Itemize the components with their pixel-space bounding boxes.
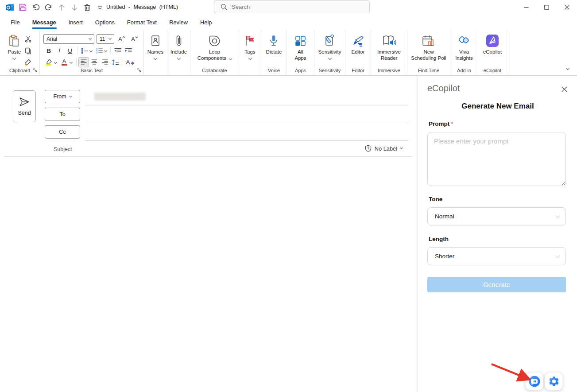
search-icon <box>221 4 227 10</box>
paste-chevron-icon[interactable] <box>12 56 16 59</box>
ribbon: Paste Clipboard Arial <box>0 30 577 75</box>
message-body-input[interactable] <box>0 157 418 392</box>
ecopilot-settings-fab[interactable] <box>545 372 563 390</box>
format-painter-button[interactable] <box>23 57 33 67</box>
search-input[interactable] <box>232 4 356 10</box>
sensitivity-chevron-icon[interactable] <box>328 56 331 59</box>
clipboard-group: Paste Clipboard <box>0 30 40 75</box>
paperclip-icon <box>175 34 182 48</box>
highlight-color-button[interactable] <box>43 57 54 67</box>
font-size-chevron-icon <box>108 37 112 40</box>
shrink-font-button[interactable]: A <box>129 34 140 44</box>
sensitivity-group: Sensitivity Sensitivity <box>314 30 345 75</box>
tone-chevron-icon <box>556 213 560 218</box>
prompt-textarea[interactable] <box>427 132 566 186</box>
font-name-chevron-icon <box>89 37 92 40</box>
font-size-select[interactable]: 11 <box>97 34 114 44</box>
clipboard-dialog-launcher-icon[interactable] <box>33 68 38 73</box>
title-bar: Untitled - Message (HTML) <box>0 0 577 15</box>
tab-review[interactable]: Review <box>163 15 194 30</box>
italic-button[interactable]: I <box>54 46 65 56</box>
apps-group: All Apps Apps <box>287 30 314 75</box>
align-center-button[interactable] <box>89 57 100 67</box>
tab-message[interactable]: Message <box>26 15 62 30</box>
increase-indent-button[interactable] <box>123 46 134 56</box>
quick-access-toolbar <box>4 0 106 15</box>
bullets-button[interactable] <box>79 46 90 56</box>
cc-button[interactable]: Cc <box>45 125 80 139</box>
sensitivity-button[interactable]: Sensitivity <box>317 33 343 60</box>
tab-insert[interactable]: Insert <box>62 15 89 30</box>
label-chevron-icon <box>400 146 403 149</box>
names-button[interactable]: Names <box>146 33 165 60</box>
minimize-button[interactable] <box>516 0 536 15</box>
length-select[interactable]: Shorter <box>427 247 566 265</box>
bullets-chevron-icon[interactable] <box>89 49 93 52</box>
compose-area: Send From To Cc Subject No Label <box>0 75 418 392</box>
bold-button[interactable]: B <box>43 46 54 56</box>
search-box[interactable] <box>214 0 370 13</box>
delete-button[interactable] <box>81 1 93 14</box>
cut-button[interactable] <box>23 34 33 44</box>
redo-button[interactable] <box>42 1 55 14</box>
gear-icon <box>548 376 560 387</box>
grow-font-button[interactable]: A <box>116 34 127 44</box>
underline-button[interactable]: U <box>65 46 75 56</box>
tags-chevron-icon[interactable] <box>248 56 252 59</box>
close-panel-button[interactable] <box>560 85 568 93</box>
loop-components-button[interactable]: Loop Components <box>196 33 233 62</box>
maximize-button[interactable] <box>536 0 557 15</box>
line-spacing-button[interactable] <box>110 57 121 67</box>
customize-qat-chevron-icon[interactable] <box>93 1 106 14</box>
align-left-button[interactable] <box>78 57 89 67</box>
collapse-ribbon-chevron-icon[interactable] <box>566 66 569 70</box>
to-button[interactable]: To <box>45 108 80 121</box>
ecopilot-button[interactable]: eCopilot <box>481 33 503 56</box>
tags-button[interactable]: Tags <box>243 33 258 60</box>
font-name-select[interactable]: Arial <box>43 34 94 44</box>
sender-email-redacted <box>94 93 146 101</box>
to-input[interactable] <box>85 108 408 121</box>
highlight-chevron-icon[interactable] <box>54 60 57 63</box>
decrease-indent-button[interactable] <box>112 46 123 56</box>
names-chevron-icon[interactable] <box>154 56 157 59</box>
sensitivity-label-selector[interactable]: No Label <box>365 145 403 152</box>
subject-input[interactable] <box>85 143 351 155</box>
move-up-icon <box>55 1 68 14</box>
font-color-button[interactable]: A <box>59 57 70 67</box>
save-button[interactable] <box>16 1 29 14</box>
clear-formatting-button[interactable]: A <box>125 57 136 67</box>
align-right-button[interactable] <box>100 57 110 67</box>
tab-format-text[interactable]: Format Text <box>121 15 163 30</box>
length-label: Length <box>429 236 449 242</box>
tab-help[interactable]: Help <box>194 15 218 30</box>
tab-file[interactable]: File <box>4 15 26 30</box>
ribbon-spacer <box>507 30 577 75</box>
from-button[interactable]: From <box>45 90 80 103</box>
cc-input[interactable] <box>85 125 408 139</box>
numbering-chevron-icon[interactable] <box>104 49 107 52</box>
font-color-chevron-icon[interactable] <box>70 60 73 63</box>
tone-select[interactable]: Normal <box>427 207 566 225</box>
generate-button[interactable]: Generate <box>427 277 566 292</box>
basic-text-dialog-launcher-icon[interactable] <box>137 68 142 73</box>
new-scheduling-poll-button[interactable]: New Scheduling Poll <box>409 33 448 62</box>
close-window-button[interactable] <box>557 0 577 15</box>
viva-insights-button[interactable]: Viva Insights <box>453 33 475 62</box>
send-button[interactable]: Send <box>13 90 36 122</box>
tab-options[interactable]: Options <box>89 15 121 30</box>
collaborate-group: Loop Components Collaborate <box>190 30 239 75</box>
editor-pen-icon <box>352 34 364 48</box>
all-apps-button[interactable]: All Apps <box>293 33 308 62</box>
loop-icon <box>209 34 221 48</box>
include-button[interactable]: Include <box>169 33 189 60</box>
include-chevron-icon[interactable] <box>177 56 180 59</box>
paste-button[interactable]: Paste <box>6 33 23 67</box>
microphone-icon <box>269 34 279 48</box>
dictate-button[interactable]: Dictate <box>264 33 284 56</box>
numbering-button[interactable] <box>94 46 105 56</box>
copy-button[interactable] <box>23 46 33 56</box>
editor-button[interactable]: Editor <box>349 33 366 56</box>
immersive-reader-button[interactable]: Immersive Reader <box>376 33 403 62</box>
undo-button[interactable] <box>29 1 42 14</box>
